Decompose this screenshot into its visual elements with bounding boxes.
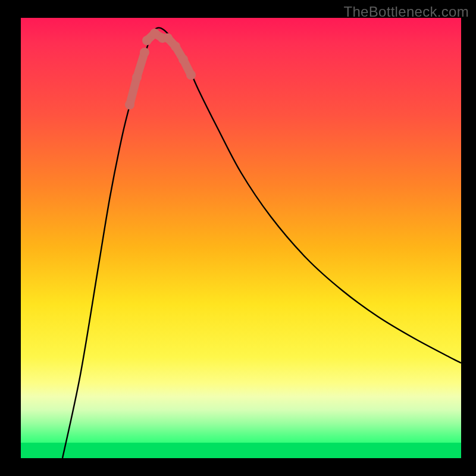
marker-dot <box>163 33 173 43</box>
marker-dot <box>125 100 134 109</box>
plot-area <box>21 18 461 458</box>
marker-dot <box>140 48 149 57</box>
curve-path <box>62 28 461 458</box>
curve-svg <box>21 18 461 458</box>
bottleneck-curve <box>62 28 461 458</box>
chart-frame: TheBottleneck.com <box>0 0 476 476</box>
marker-dot <box>142 36 152 45</box>
marker-dot <box>171 42 180 51</box>
marker-dot <box>178 55 188 64</box>
marker-group <box>125 29 196 109</box>
marker-dot <box>132 73 142 82</box>
marker-segment <box>168 38 191 75</box>
marker-dot <box>186 70 196 80</box>
